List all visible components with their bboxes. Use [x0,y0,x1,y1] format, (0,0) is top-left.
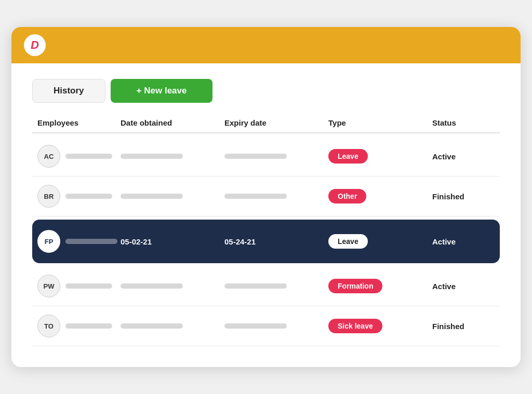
col-type: Type [328,118,432,127]
employee-cell: BR [37,185,121,208]
table-row[interactable]: FP05-02-2105-24-21LeaveActive [32,220,500,263]
new-leave-button[interactable]: + New leave [111,79,213,103]
logo: D [24,34,46,56]
content-area: History + New leave Employees Date obtai… [11,63,521,367]
status-cell: Finished [432,192,515,201]
name-placeholder-bar [65,323,112,329]
expiry-date-cell: 05-24-21 [224,237,328,246]
date-obtained-cell [121,154,224,159]
date-obtained-cell: 05-02-21 [121,237,224,246]
table-row[interactable]: TOSick leaveFinished [32,306,500,346]
status-cell: Active [432,152,515,161]
table-row[interactable]: ACLeaveActive [32,137,500,176]
app-window: D History + New leave Employees Date obt… [11,27,521,367]
avatar: FP [37,230,60,253]
employee-cell: AC [37,145,121,168]
col-status: Status [432,118,515,127]
type-cell: Formation [328,279,432,293]
name-placeholder-bar [65,154,112,159]
name-placeholder-bar [65,239,117,244]
employee-cell: TO [37,315,121,337]
date-obtained-cell [121,323,224,329]
type-cell: Sick leave [328,319,432,333]
col-expiry-date: Expiry date [224,118,328,127]
employee-cell: PW [37,275,121,297]
table-row[interactable]: PWFormationActive [32,266,500,306]
type-badge: Sick leave [328,319,382,333]
type-cell: Other [328,189,432,203]
name-placeholder-bar [65,194,112,199]
status-cell: Finished [432,322,515,331]
expiry-date-cell [224,283,328,289]
table-header: Employees Date obtained Expiry date Type… [32,118,500,133]
logo-letter: D [31,38,39,52]
avatar: AC [37,145,60,168]
col-date-obtained: Date obtained [121,118,224,127]
avatar: TO [37,315,60,337]
table-body: ACLeaveActiveBROtherFinishedFP05-02-2105… [32,137,500,346]
header-bar: D [11,27,521,63]
expiry-date-cell [224,194,328,199]
avatar: PW [37,275,60,297]
history-tab[interactable]: History [32,79,105,103]
table-row[interactable]: BROtherFinished [32,176,500,216]
date-obtained-cell [121,283,224,289]
type-badge: Formation [328,279,382,293]
type-badge: Leave [328,234,368,249]
type-cell: Leave [328,149,432,164]
tab-row: History + New leave [32,79,500,103]
status-cell: Active [432,282,515,291]
name-placeholder-bar [65,283,112,289]
employee-cell: FP [37,230,121,253]
status-cell: Active [432,237,515,246]
type-badge: Leave [328,149,368,164]
col-employees: Employees [37,118,121,127]
type-cell: Leave [328,234,432,249]
type-badge: Other [328,189,366,203]
expiry-date-cell [224,323,328,329]
avatar: BR [37,185,60,208]
expiry-date-cell [224,154,328,159]
date-obtained-cell [121,194,224,199]
